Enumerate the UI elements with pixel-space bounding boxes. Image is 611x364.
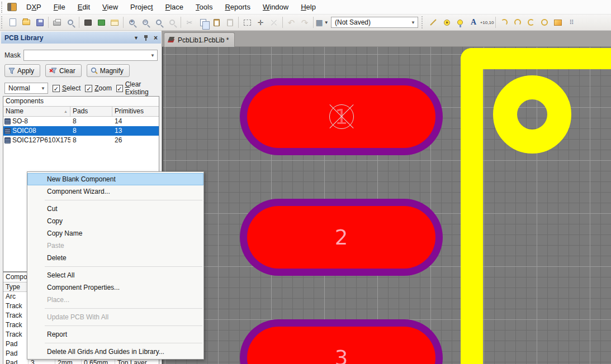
apply-button[interactable]: Apply	[4, 64, 40, 77]
footprint-icon	[4, 118, 11, 124]
place-fill-icon[interactable]	[552, 16, 564, 28]
print-preview-icon[interactable]	[64, 16, 77, 28]
column-type[interactable]: Type	[3, 282, 29, 291]
pad-2[interactable]: 2	[240, 199, 443, 276]
menu-item-report[interactable]: Report	[27, 328, 203, 341]
place-string-icon[interactable]: A	[467, 16, 480, 28]
menu-tools[interactable]: Tools	[190, 1, 219, 13]
place-via-icon[interactable]	[454, 16, 466, 28]
panel-close-icon[interactable]: ×	[154, 34, 158, 42]
snap-grid-icon[interactable]: ▦▼	[316, 16, 328, 28]
menu-dxp[interactable]: DXP	[20, 1, 48, 13]
components-group-header: Components	[3, 97, 159, 107]
toolbar-grip-2[interactable]	[421, 16, 425, 28]
funnel-icon	[8, 68, 15, 74]
select-checkbox[interactable]: ✓ Select	[53, 84, 80, 92]
menu-item-copy[interactable]: Copy	[27, 215, 203, 227]
menubar-grip[interactable]	[1, 2, 5, 13]
save-icon[interactable]	[34, 16, 46, 28]
special-selection-icon[interactable]: ⤫	[268, 16, 280, 28]
select-area-icon[interactable]	[241, 16, 253, 28]
footprint-icon	[4, 137, 11, 143]
paste-icon[interactable]	[210, 16, 222, 28]
menu-item-new-blank-component[interactable]: New Blank Component	[27, 173, 203, 185]
pcblib-document-icon	[168, 37, 175, 43]
open-icon[interactable]	[20, 16, 32, 28]
pad-3[interactable]: 3	[240, 319, 443, 364]
paste-array-icon[interactable]: ⠿	[565, 16, 577, 28]
new-document-icon[interactable]	[7, 16, 19, 28]
menu-item-delete[interactable]: Delete	[27, 252, 203, 264]
pad-1[interactable]: 1	[240, 78, 443, 155]
document-tab-bar: PcbLib1.PcbLib *	[162, 31, 611, 47]
sort-asc-icon: ▲	[64, 109, 68, 113]
mode-dropdown[interactable]: Normal ▼	[4, 83, 48, 94]
move-icon[interactable]: ✛	[254, 16, 267, 28]
menu-item-select-all[interactable]: Select All	[27, 269, 203, 281]
place-pad-icon[interactable]	[441, 16, 453, 28]
pad-2-designator: 2	[335, 226, 348, 250]
menu-item-delete-all-grids-and-guides[interactable]: Delete All Grids And Guides in Library..…	[27, 346, 203, 358]
zoom-selection-icon[interactable]	[166, 16, 178, 28]
mask-dropdown-icon[interactable]: ▼	[150, 53, 155, 58]
undo-icon[interactable]: ↶	[285, 16, 297, 28]
redo-icon[interactable]: ↷	[299, 16, 311, 28]
component-row[interactable]: SO-8 8 14	[3, 117, 159, 126]
menu-file[interactable]: File	[48, 1, 72, 13]
panel-pin-icon[interactable]	[144, 35, 149, 40]
component-row-selected[interactable]: SOIC08 8 13	[3, 126, 159, 136]
menu-reports[interactable]: Reports	[219, 1, 257, 13]
mask-input[interactable]: ▼	[23, 50, 158, 61]
column-primitives[interactable]: Primitives	[112, 107, 159, 116]
arc-edge-icon[interactable]	[498, 16, 510, 28]
arc-angle-icon[interactable]	[525, 16, 537, 28]
place-coordinate-icon[interactable]: +10,10	[481, 16, 493, 28]
panel-menu-icon[interactable]: ▼	[134, 35, 139, 41]
menu-place[interactable]: Place	[159, 1, 190, 13]
magnify-button[interactable]: Magnify	[87, 64, 130, 77]
pad-3-designator: 3	[335, 346, 348, 364]
trace-vertical[interactable]	[461, 48, 483, 364]
mode-dropdown-arrow-icon: ▼	[41, 86, 45, 91]
menu-edit[interactable]: Edit	[72, 1, 96, 13]
menu-item-cut[interactable]: Cut	[27, 203, 203, 215]
arc-center-icon[interactable]	[511, 16, 524, 28]
clear-button[interactable]: Clear	[45, 64, 82, 77]
zoom-area-icon[interactable]	[153, 16, 165, 28]
menu-item-component-wizard[interactable]: Component Wizard...	[27, 185, 203, 198]
cut-icon[interactable]: ✂	[183, 16, 196, 28]
menu-window[interactable]: Window	[257, 1, 295, 13]
layer-pair-combobox[interactable]: (Not Saved) ▼	[331, 17, 418, 28]
menu-view[interactable]: View	[96, 1, 124, 13]
full-circle-icon[interactable]	[538, 16, 551, 28]
workspace-panels-icon[interactable]	[108, 16, 121, 28]
browse-library-icon[interactable]	[95, 16, 107, 28]
column-name[interactable]: Name▲	[3, 107, 70, 116]
zoom-out-icon[interactable]: −	[139, 16, 151, 28]
zoom-checkbox[interactable]: ✓ Zoom	[85, 84, 112, 92]
toolbar-grip[interactable]	[1, 16, 5, 28]
board-view-icon[interactable]	[82, 16, 94, 28]
duplicate-icon[interactable]	[224, 16, 236, 28]
column-pads[interactable]: Pads	[70, 107, 112, 116]
menu-item-place: Place...	[27, 294, 203, 306]
cursor-crosshair-icon	[329, 104, 354, 129]
clear-existing-checkbox[interactable]: ✓ Clear Existing	[116, 80, 162, 96]
menu-project[interactable]: Project	[124, 1, 159, 13]
menu-item-copy-name[interactable]: Copy Name	[27, 227, 203, 240]
print-icon[interactable]	[51, 16, 63, 28]
menu-item-component-properties[interactable]: Component Properties...	[27, 281, 203, 294]
component-row[interactable]: SOIC127P610X175-8 8 26	[3, 136, 159, 145]
zoom-in-icon[interactable]: +	[126, 16, 138, 28]
checkbox-checked-icon: ✓	[116, 85, 123, 92]
menu-separator	[45, 343, 202, 343]
trace-horizontal[interactable]	[461, 48, 611, 69]
round-pad-with-hole[interactable]	[493, 75, 571, 154]
copy-icon[interactable]	[197, 16, 209, 28]
pcb-editor-canvas[interactable]: 1 2 3	[162, 47, 611, 364]
document-tab[interactable]: PcbLib1.PcbLib *	[164, 32, 235, 47]
layer-pair-value: (Not Saved)	[335, 18, 371, 26]
place-line-icon[interactable]	[427, 16, 439, 28]
funnel-clear-icon	[49, 68, 57, 74]
menu-help[interactable]: Help	[295, 1, 322, 13]
